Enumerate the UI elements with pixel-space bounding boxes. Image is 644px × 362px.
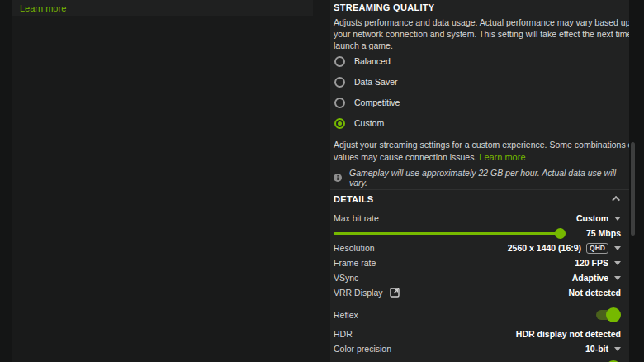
radio-label: Custom [354, 118, 384, 128]
radio-label: Balanced [354, 56, 391, 66]
vsync-dropdown[interactable]: Adaptive [572, 273, 621, 283]
scrollbar-thumb[interactable] [631, 142, 635, 236]
radio-icon [334, 56, 345, 67]
color-precision-row: Color precision 10-bit [334, 341, 621, 356]
vrr-display-row: VRR Display Not detected [334, 285, 621, 300]
custom-note-text: values may cause connection issues. [334, 152, 476, 162]
slider-fill [334, 232, 561, 235]
max-bit-rate-dropdown[interactable]: Custom [576, 213, 621, 223]
max-bit-rate-row: Max bit rate Custom [334, 211, 621, 226]
reflex-toggle[interactable] [596, 310, 620, 320]
streaming-quality-title: STREAMING QUALITY [334, 2, 621, 12]
radio-option-custom[interactable]: Custom [334, 117, 621, 129]
color-precision-value: 10-bit [585, 344, 608, 354]
bit-rate-slider-row: 75 Mbps [334, 227, 621, 239]
vrr-display-label: VRR Display [334, 288, 400, 298]
learn-more-link-custom[interactable]: Learn more [479, 152, 525, 162]
description-line: your network connection and system. This… [334, 28, 621, 40]
hdr-value: HDR display not detected [516, 329, 621, 339]
chevron-down-icon [614, 217, 621, 221]
slider-thumb[interactable] [555, 228, 566, 239]
description-line: launch a game. [334, 40, 621, 51]
radio-label: Competitive [354, 98, 400, 107]
streaming-quality-panel: STREAMING QUALITY Adjusts performance an… [330, 0, 629, 362]
max-bit-rate-label: Max bit rate [334, 213, 379, 223]
color-precision-dropdown[interactable]: 10-bit [585, 344, 621, 354]
description-line: Adjusts performance and data usage. Actu… [334, 17, 621, 28]
radio-icon [334, 77, 345, 88]
qhd-badge: QHD [586, 243, 608, 254]
radio-option-competitive[interactable]: Competitive [334, 97, 621, 108]
chevron-down-icon [614, 261, 621, 265]
hdr-row: HDR HDR display not detected [334, 326, 621, 341]
vsync-value: Adaptive [572, 273, 608, 283]
max-bit-rate-value: Custom [576, 213, 608, 223]
radio-option-balanced[interactable]: Balanced [334, 55, 621, 67]
chevron-down-icon [614, 347, 621, 351]
details-title: DETAILS [334, 194, 373, 204]
quality-radio-group: Balanced Data Saver Competitive Custom [334, 55, 621, 129]
custom-note-line: values may cause connection issues. Lear… [334, 151, 621, 164]
bit-rate-value: 75 Mbps [580, 228, 621, 238]
reflex-label: Reflex [334, 310, 358, 320]
custom-note: Adjust your streaming settings for a cus… [334, 139, 621, 164]
vsync-row: VSync Adaptive [334, 270, 621, 285]
reflex-row: Reflex [334, 305, 621, 325]
streaming-quality-description: Adjusts performance and data usage. Actu… [334, 17, 621, 51]
frame-rate-dropdown[interactable]: 120 FPS [575, 258, 621, 268]
details-divider [330, 189, 629, 190]
frame-rate-label: Frame rate [334, 258, 376, 268]
vrr-display-value: Not detected [568, 288, 621, 298]
chevron-down-icon [614, 276, 621, 280]
collapse-chevron-icon[interactable] [612, 196, 620, 204]
radio-icon [334, 98, 345, 108]
resolution-value: 2560 x 1440 (16:9) [508, 243, 581, 253]
resolution-label: Resolution [334, 243, 375, 253]
chevron-down-icon [614, 246, 621, 250]
color-precision-label: Color precision [334, 344, 391, 354]
hdr-label: HDR [334, 329, 353, 339]
learn-more-link-left[interactable]: Learn more [20, 3, 66, 13]
vsync-label: VSync [334, 273, 358, 283]
bit-rate-slider[interactable] [334, 227, 566, 239]
data-usage-note-row: Gameplay will use approximately 22 GB pe… [334, 173, 621, 183]
frame-rate-row: Frame rate 120 FPS [334, 255, 621, 270]
radio-option-data-saver[interactable]: Data Saver [334, 76, 621, 88]
poor-network-row: Adjust for poor network conditions [334, 358, 621, 362]
left-settings-card: Learn more [12, 0, 313, 16]
scrollbar-track[interactable] [629, 0, 644, 362]
left-rail [0, 0, 12, 362]
toggle-knob [606, 307, 621, 322]
resolution-dropdown[interactable]: 2560 x 1440 (16:9) QHD [508, 243, 621, 254]
external-link-icon[interactable] [390, 288, 400, 298]
radio-icon-selected [334, 118, 345, 129]
details-header[interactable]: DETAILS [334, 193, 621, 204]
resolution-row: Resolution 2560 x 1440 (16:9) QHD [334, 241, 621, 255]
info-icon [334, 174, 342, 182]
frame-rate-value: 120 FPS [575, 258, 608, 268]
radio-label: Data Saver [354, 77, 398, 87]
vrr-display-label-text: VRR Display [334, 288, 383, 298]
data-usage-note: Gameplay will use approximately 22 GB pe… [349, 168, 621, 188]
custom-note-line: Adjust your streaming settings for a cus… [334, 139, 621, 151]
